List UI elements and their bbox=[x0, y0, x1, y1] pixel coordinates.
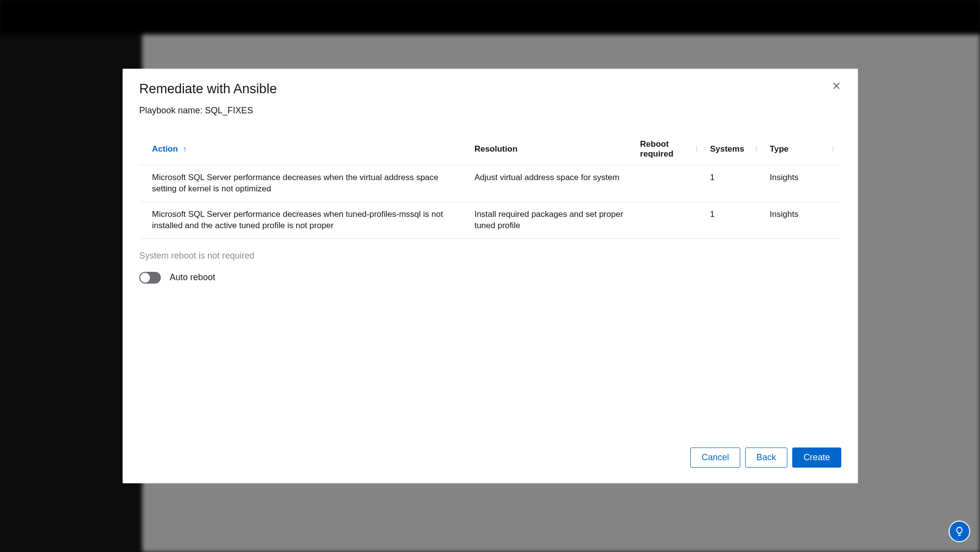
cancel-button[interactable]: Cancel bbox=[690, 447, 740, 468]
create-button[interactable]: Create bbox=[792, 447, 841, 468]
col-label-resolution: Resolution bbox=[475, 144, 518, 154]
cell-resolution: Adjust virtual address space for system bbox=[470, 165, 635, 202]
col-header-action[interactable]: Action ↑ bbox=[139, 133, 470, 165]
col-label-reboot: Reboot required bbox=[640, 139, 685, 159]
col-label-action: Action bbox=[152, 144, 178, 154]
cell-systems: 1 bbox=[705, 202, 765, 238]
auto-reboot-toggle[interactable] bbox=[139, 272, 161, 284]
cell-resolution: Install required packages and set proper… bbox=[470, 202, 635, 238]
auto-reboot-row: Auto reboot bbox=[139, 272, 841, 284]
help-fab[interactable] bbox=[949, 521, 970, 542]
cell-action: Microsoft SQL Server performance decreas… bbox=[139, 202, 470, 238]
col-header-systems[interactable]: Systems ⋮ bbox=[705, 133, 765, 165]
cell-action: Microsoft SQL Server performance decreas… bbox=[139, 165, 470, 202]
sort-handle-icon: ⋮ bbox=[826, 145, 836, 153]
sort-handle-icon: ⋮ bbox=[689, 145, 700, 153]
remediate-modal: Remediate with Ansible Playbook name: SQ… bbox=[123, 69, 858, 483]
cell-systems: 1 bbox=[705, 165, 765, 202]
modal-header: Remediate with Ansible Playbook name: SQ… bbox=[123, 69, 858, 120]
close-button[interactable]: ✕ bbox=[829, 79, 844, 94]
close-icon: ✕ bbox=[832, 80, 841, 93]
cell-type: Insights bbox=[765, 202, 841, 238]
reboot-note: System reboot is not required bbox=[139, 251, 841, 261]
col-header-type[interactable]: Type ⋮ bbox=[765, 133, 841, 165]
toggle-knob bbox=[140, 273, 150, 283]
sort-asc-icon: ↑ bbox=[183, 145, 187, 154]
playbook-label: Playbook name: bbox=[139, 105, 202, 115]
modal-body: Action ↑ Resolution Reboot required ⋮ bbox=[123, 120, 858, 438]
cell-type: Insights bbox=[765, 165, 841, 202]
col-header-reboot[interactable]: Reboot required ⋮ bbox=[635, 133, 705, 165]
actions-table: Action ↑ Resolution Reboot required ⋮ bbox=[139, 133, 841, 239]
lightbulb-icon bbox=[954, 526, 965, 537]
cell-reboot bbox=[635, 165, 705, 202]
table-row: Microsoft SQL Server performance decreas… bbox=[139, 165, 841, 202]
col-label-systems: Systems bbox=[710, 144, 744, 154]
back-button[interactable]: Back bbox=[745, 447, 787, 468]
sort-handle-icon: ⋮ bbox=[749, 145, 760, 153]
modal-title: Remediate with Ansible bbox=[139, 81, 841, 97]
auto-reboot-label: Auto reboot bbox=[170, 272, 215, 283]
table-row: Microsoft SQL Server performance decreas… bbox=[139, 202, 841, 238]
col-label-type: Type bbox=[770, 144, 788, 154]
playbook-name: SQL_FIXES bbox=[205, 105, 253, 115]
col-header-resolution[interactable]: Resolution bbox=[470, 133, 635, 165]
modal-footer: Cancel Back Create bbox=[123, 438, 858, 483]
playbook-name-row: Playbook name: SQL_FIXES bbox=[139, 105, 841, 116]
cell-reboot bbox=[635, 202, 705, 238]
